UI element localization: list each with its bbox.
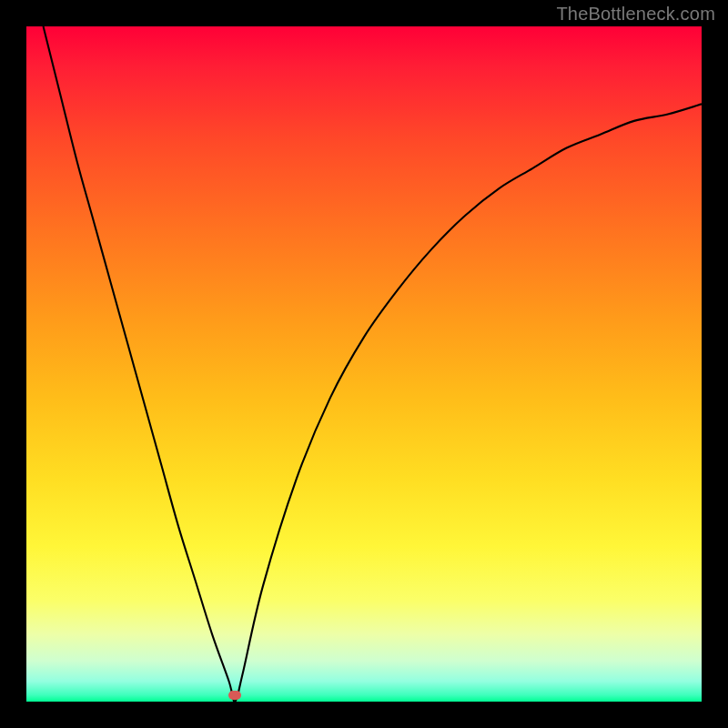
minimum-marker	[228, 691, 241, 700]
attribution-text: TheBottleneck.com	[556, 4, 715, 25]
bottleneck-curve	[26, 26, 702, 702]
plot-frame	[26, 26, 702, 702]
